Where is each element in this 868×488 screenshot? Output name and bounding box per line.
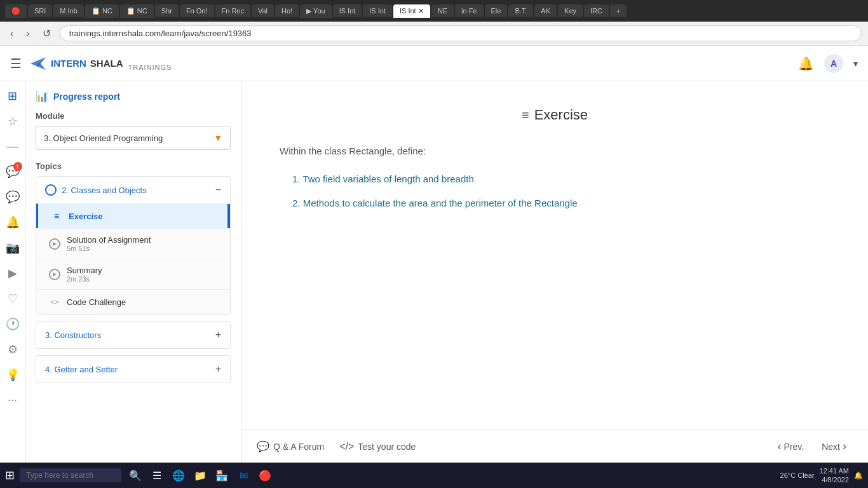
tab-sri[interactable]: SRI xyxy=(28,4,52,17)
exercise-header-lines-icon: ≡ xyxy=(522,108,529,123)
topic-header-constructors[interactable]: 3. Constructors + xyxy=(36,322,230,348)
tab-ak[interactable]: AK xyxy=(534,4,557,17)
constructors-title: 3. Constructors xyxy=(45,330,101,340)
topic-item-code[interactable]: <> Code Challenge xyxy=(36,289,230,314)
topic-section-classes: 2. Classes and Objects − ≡ Exercise xyxy=(36,176,231,315)
taskbar-search-input[interactable] xyxy=(20,468,121,482)
app-topbar: ☰ INTERNSHALA TRAININGS 🔔 A ▾ xyxy=(0,46,868,81)
tab-new[interactable]: + xyxy=(610,4,627,17)
taskbar-icon-opera[interactable]: 🔴 xyxy=(256,466,274,484)
sidebar-icon-whatsapp[interactable]: 💬 xyxy=(6,190,20,204)
tab-is3-active[interactable]: IS Int ✕ xyxy=(393,4,430,18)
exercise-item-2: 2. Methods to calculate the area and the… xyxy=(280,196,830,211)
tab-is2[interactable]: IS Int xyxy=(363,4,392,17)
topic-item-solution[interactable]: ▶ Solution of Assignment 5m 51s xyxy=(36,228,230,259)
taskbar-icon-mail[interactable]: ✉ xyxy=(234,466,252,484)
sidebar-icon-more[interactable]: ··· xyxy=(8,393,17,407)
tab-ho[interactable]: Ho! xyxy=(275,4,299,17)
back-button[interactable]: ‹ xyxy=(6,27,17,41)
tab-key[interactable]: Key xyxy=(558,4,583,17)
tab-is1[interactable]: IS Int xyxy=(333,4,362,17)
getter-setter-expand-icon[interactable]: + xyxy=(215,363,221,375)
prev-label: Prev. xyxy=(784,442,804,452)
avatar[interactable]: A xyxy=(824,54,843,73)
qa-forum-button[interactable]: 💬 Q & A Forum xyxy=(257,440,324,452)
avatar-chevron-icon[interactable]: ▾ xyxy=(853,58,858,69)
tab-nc1[interactable]: 📋 NC xyxy=(85,4,119,18)
topic-item-exercise[interactable]: ≡ Exercise xyxy=(36,203,230,228)
taskbar-icon-search[interactable]: 🔍 xyxy=(126,466,144,484)
taskbar-icon-task[interactable]: ☰ xyxy=(148,466,166,484)
tab-shr[interactable]: Shr xyxy=(155,4,179,17)
module-selector[interactable]: 3. Object Oriented Programming ▼ xyxy=(36,126,231,150)
constructors-expand-icon[interactable]: + xyxy=(215,329,221,341)
code-icon: <> xyxy=(49,296,60,308)
tab-val[interactable]: Val xyxy=(252,4,274,17)
code-label: Code Challenge xyxy=(67,297,126,307)
app-container: ☰ INTERNSHALA TRAININGS 🔔 A ▾ ⊞ ☆ — 💬 1 xyxy=(0,46,868,463)
sidebar-icon-minus[interactable]: — xyxy=(7,140,18,153)
topic-header-classes[interactable]: 2. Classes and Objects − xyxy=(36,177,230,203)
taskbar-icon-browser[interactable]: 🌐 xyxy=(170,466,187,484)
sidebar-icon-settings[interactable]: ⚙ xyxy=(8,342,18,356)
sidebar-icon-instagram[interactable]: 📷 xyxy=(6,241,20,255)
taskbar-notification-icon[interactable]: 🔔 xyxy=(854,471,863,480)
sidebar-icon-clock[interactable]: 🕐 xyxy=(6,317,20,331)
logo-text-shala: SHALA xyxy=(90,58,123,69)
topbar-right: 🔔 A ▾ xyxy=(798,54,858,73)
progress-icon: 📊 xyxy=(36,90,48,102)
tab-fn2[interactable]: Fn Rec xyxy=(215,4,250,17)
taskbar-time-value: 12:41 AM xyxy=(820,466,849,475)
tab-in[interactable]: in Fe xyxy=(455,4,483,17)
browser-nav-bar: ‹ › ↺ trainings.internshala.com/learn/ja… xyxy=(0,22,868,46)
tab-inbox[interactable]: M Inb xyxy=(53,4,84,17)
taskbar-icon-files[interactable]: 📁 xyxy=(191,466,209,484)
tab-opera[interactable]: 🔴 xyxy=(5,4,27,18)
notification-bell-icon[interactable]: 🔔 xyxy=(798,56,814,71)
prev-button[interactable]: ‹ Prev. xyxy=(771,436,811,457)
exercise-page-title: Exercise xyxy=(534,107,588,123)
topic-title-classes: 2. Classes and Objects xyxy=(62,186,147,195)
tab-fn1[interactable]: Fn On! xyxy=(180,4,214,17)
url-bar[interactable]: trainings.internshala.com/learn/java/scr… xyxy=(60,25,862,41)
logo-icon xyxy=(29,55,47,72)
sidebar-icon-star[interactable]: ☆ xyxy=(8,114,18,128)
logo: INTERNSHALA TRAININGS xyxy=(29,55,172,72)
active-indicator xyxy=(227,204,230,228)
sidebar-icon-home[interactable]: ⊞ xyxy=(8,89,17,103)
tab-irc[interactable]: IRC xyxy=(584,4,609,17)
sidebar-icon-bulb[interactable]: 💡 xyxy=(6,368,20,382)
sidebar-icon-heart[interactable]: ♡ xyxy=(8,292,18,306)
tab-bt[interactable]: B.T. xyxy=(508,4,533,17)
topic-section-getter-setter: 4. Getter and Setter + xyxy=(36,355,231,383)
tab-nc2[interactable]: 📋 NC xyxy=(120,4,154,18)
reload-button[interactable]: ↺ xyxy=(39,26,55,41)
taskbar-icons: 🔍 ☰ 🌐 📁 🏪 ✉ 🔴 xyxy=(126,466,274,484)
qa-forum-icon: 💬 xyxy=(257,440,269,452)
forward-button[interactable]: › xyxy=(22,27,33,41)
taskbar-icon-store[interactable]: 🏪 xyxy=(213,466,231,484)
sidebar-icon-forward[interactable]: ▶ xyxy=(8,266,17,280)
topic-header-getter-setter[interactable]: 4. Getter and Setter + xyxy=(36,356,230,383)
topic-items-classes: ≡ Exercise ▶ Solution of Assignment 5m xyxy=(36,203,230,314)
taskbar-date-value: 4/8/2022 xyxy=(820,475,849,484)
tab-ele[interactable]: Ele xyxy=(485,4,508,17)
progress-report-bar[interactable]: 📊 Progress report xyxy=(25,81,241,109)
start-button[interactable]: ⊞ xyxy=(5,468,15,482)
test-code-button[interactable]: </> Test your code xyxy=(339,441,416,452)
exercise-header: ≡ Exercise xyxy=(280,107,830,123)
sidebar-icon-bell[interactable]: 🔔 xyxy=(6,215,20,229)
hamburger-menu[interactable]: ☰ xyxy=(10,56,22,71)
topic-collapse-icon[interactable]: − xyxy=(215,184,221,196)
topic-section-constructors: 3. Constructors + xyxy=(36,321,231,349)
tab-ne[interactable]: NE xyxy=(431,4,454,17)
getter-setter-header-left: 4. Getter and Setter xyxy=(45,365,118,374)
exercise-lines-icon: ≡ xyxy=(51,210,62,222)
next-button[interactable]: Next › xyxy=(815,436,853,457)
play-icon-solution: ▶ xyxy=(49,238,60,250)
module-name: 3. Object Oriented Programming xyxy=(44,133,163,143)
browser-tab-bar: 🔴 SRI M Inb 📋 NC 📋 NC Shr Fn On! Fn Rec … xyxy=(0,0,868,22)
sidebar-icon-chat[interactable]: 💬 1 xyxy=(6,165,20,179)
tab-you[interactable]: ▶ You xyxy=(300,4,331,18)
topic-item-summary[interactable]: ▶ Summary 2m 23s xyxy=(36,259,230,289)
